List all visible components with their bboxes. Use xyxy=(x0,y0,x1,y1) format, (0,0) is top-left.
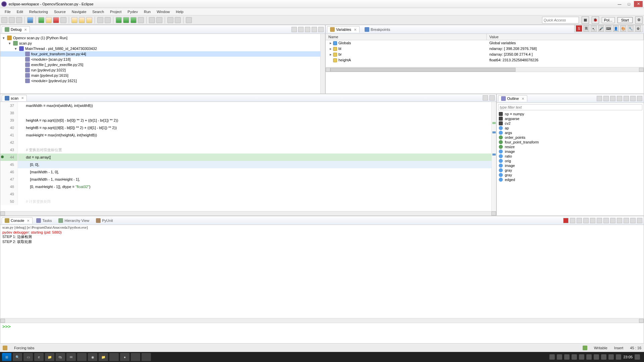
explorer-icon[interactable]: 📁 xyxy=(45,353,54,361)
search-taskbar-icon[interactable]: 🔍 xyxy=(13,353,22,361)
code-editor[interactable]: 37 maxWidth = max(int(widthA), int(width… xyxy=(0,102,491,211)
outline-filter-input[interactable] xyxy=(498,104,642,110)
outline-item[interactable]: ratio xyxy=(497,154,644,159)
outline-tree[interactable]: np = numpyargparsecv2apargsorder_pointsf… xyxy=(497,112,644,216)
perspective-extra-icon[interactable]: ⚙ xyxy=(635,16,643,24)
debug-icon[interactable] xyxy=(123,17,129,23)
scrollbar-thumb[interactable] xyxy=(330,68,516,72)
disconnect-icon[interactable] xyxy=(60,17,66,23)
coverage-icon[interactable] xyxy=(130,17,137,23)
code-line[interactable]: maxWidth = max(int(widthA), int(widthB)) xyxy=(18,102,491,109)
menu-search[interactable]: Search xyxy=(90,9,107,14)
code-line[interactable]: dst = np.array([ xyxy=(18,154,491,161)
editor-horizontal-scrollbar[interactable] xyxy=(0,211,496,216)
status-sync-icon[interactable] xyxy=(583,346,587,350)
close-tab-icon[interactable]: ✕ xyxy=(522,97,524,101)
stack-frame-row[interactable]: run [pydevd.py:1022] xyxy=(0,67,320,73)
scroll-left-icon[interactable] xyxy=(326,68,330,72)
code-line[interactable]: [0, maxHeight - 1]], dtype = "float32") xyxy=(18,183,491,190)
start-menu-icon[interactable]: ⊞ xyxy=(2,353,11,361)
store-icon[interactable]: 🛍 xyxy=(56,353,65,361)
line-number[interactable]: 42 xyxy=(0,139,18,146)
terminate-console-icon[interactable] xyxy=(563,218,569,223)
variable-row[interactable]: ▸GlobalsGlobal variables xyxy=(326,40,644,46)
pyunit-tab[interactable]: PyUnit xyxy=(93,217,116,224)
hierarchy-tab[interactable]: Hierarchy View xyxy=(55,217,92,224)
variables-column-value[interactable]: Value xyxy=(487,34,644,40)
step-over-icon[interactable] xyxy=(79,17,85,23)
outline-item[interactable]: args xyxy=(497,130,644,135)
tray-battery-icon[interactable] xyxy=(586,354,592,360)
app-icon[interactable] xyxy=(77,353,87,361)
variable-row[interactable]: ▸brndarray: [2350.08 2774.4 ] xyxy=(326,52,644,57)
code-line[interactable]: heightB = np.sqrt(((tl[0] - bl[0]) ** 2)… xyxy=(18,124,491,131)
outline-item[interactable]: four_point_transform xyxy=(497,140,644,144)
outline-menu-icon[interactable] xyxy=(624,96,629,101)
outline-item[interactable]: edged xyxy=(497,177,644,182)
outline-item[interactable]: order_points xyxy=(497,135,644,140)
console-menu-icon[interactable] xyxy=(624,218,629,223)
console-tab[interactable]: Console ✕ xyxy=(2,217,33,224)
line-number[interactable]: 48 xyxy=(0,183,18,190)
debug-view-link-icon[interactable] xyxy=(298,27,304,32)
variables-column-name[interactable]: Name xyxy=(326,34,487,40)
menu-project[interactable]: Project xyxy=(107,9,124,14)
windows-taskbar[interactable]: ⊞ 🔍 ▭ e 📁 🛍 ✉ ◉ 📁 ● 23:05 xyxy=(0,352,644,362)
remove-launch-icon[interactable] xyxy=(570,218,575,223)
app-icon[interactable] xyxy=(109,353,119,361)
ime-skin-icon[interactable]: 🎨 xyxy=(620,25,626,32)
ime-settings-icon[interactable]: ⚙ xyxy=(635,25,641,32)
line-number[interactable]: 47 xyxy=(0,176,18,183)
maximize-view-icon[interactable] xyxy=(637,218,642,223)
pin-icon[interactable] xyxy=(186,17,192,23)
remove-all-launches-icon[interactable] xyxy=(577,218,582,223)
tray-app-icon[interactable] xyxy=(608,354,614,360)
stack-frame-row[interactable]: ▾scan.py xyxy=(0,41,320,46)
open-perspective-icon[interactable]: ▦ xyxy=(582,16,589,24)
expander-icon[interactable]: ▾ xyxy=(8,41,12,46)
code-line[interactable]: [0, 0], xyxy=(18,161,491,168)
line-number[interactable]: 40 xyxy=(0,124,18,131)
outline-item[interactable]: image xyxy=(497,149,644,154)
skip-breakpoints-icon[interactable] xyxy=(27,17,33,23)
menu-navigate[interactable]: Navigate xyxy=(69,9,89,14)
code-line[interactable] xyxy=(18,109,491,117)
code-line[interactable]: [maxWidth - 1, 0], xyxy=(18,168,491,176)
use-step-filters-icon[interactable] xyxy=(105,17,111,23)
close-window-button[interactable]: ✕ xyxy=(634,1,643,7)
external-tools-icon[interactable] xyxy=(138,17,144,23)
ime-toolbox-icon[interactable]: 🔧 xyxy=(628,25,634,32)
ime-user-icon[interactable]: 👤 xyxy=(613,25,619,32)
code-line[interactable]: heightA = np.sqrt(((tr[0] - br[0]) ** 2)… xyxy=(18,117,491,124)
ime-lang-button[interactable]: 英 xyxy=(583,25,589,32)
line-number[interactable]: 45 xyxy=(0,161,18,168)
editor-overview-ruler[interactable] xyxy=(491,102,496,211)
outline-item[interactable]: gray xyxy=(497,168,644,173)
console-output[interactable]: pydev debugger: starting (pid: 5880)STEP… xyxy=(0,230,644,318)
code-line[interactable]: # 变换后对应坐标位置 xyxy=(18,146,491,154)
horizontal-scrollbar[interactable] xyxy=(326,67,644,72)
code-line[interactable]: [maxWidth - 1, maxHeight - 1], xyxy=(18,176,491,183)
debug-view-menu-icon[interactable] xyxy=(291,27,297,32)
outline-item[interactable]: gray xyxy=(497,173,644,177)
vertical-scrollbar[interactable] xyxy=(320,34,325,94)
maximize-view-icon[interactable] xyxy=(318,27,324,32)
close-tab-icon[interactable]: ✕ xyxy=(21,96,24,100)
tray-wechat-icon[interactable] xyxy=(594,354,599,360)
tray-wifi-icon[interactable] xyxy=(616,354,621,360)
debug-perspective-icon[interactable]: 🐞 xyxy=(592,16,599,24)
tray-chevron-icon[interactable] xyxy=(549,354,555,360)
line-number[interactable]: 43 xyxy=(0,146,18,154)
menu-help[interactable]: Help xyxy=(173,9,186,14)
scroll-right-icon[interactable] xyxy=(639,319,644,323)
line-number[interactable]: 49 xyxy=(0,190,18,198)
poll-button[interactable]: Pol... xyxy=(602,17,615,23)
code-line[interactable]: # 计算变换矩阵 xyxy=(18,198,491,205)
tray-defender-icon[interactable] xyxy=(557,354,562,360)
word-wrap-icon[interactable] xyxy=(597,218,602,223)
search-icon[interactable] xyxy=(156,17,162,23)
editor-tab[interactable]: scan ✕ xyxy=(2,95,27,101)
stack-frame-row[interactable]: four_point_transform [scan.py:44] xyxy=(0,51,320,57)
minimize-view-icon[interactable] xyxy=(312,27,317,32)
code-line[interactable] xyxy=(18,190,491,198)
